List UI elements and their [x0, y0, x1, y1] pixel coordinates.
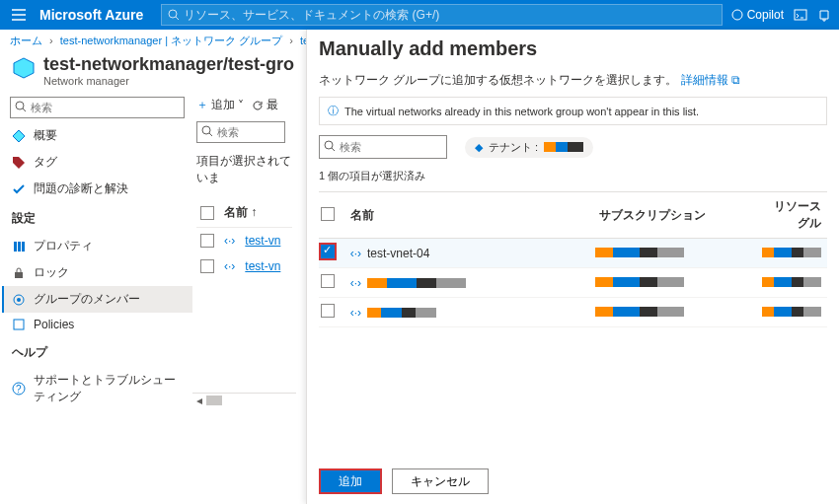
- row-checkbox[interactable]: [200, 234, 214, 248]
- svg-point-5: [16, 102, 24, 109]
- external-link-icon: ⧉: [731, 73, 740, 87]
- properties-icon: [12, 240, 26, 253]
- row-name-link[interactable]: test-vn: [245, 259, 280, 273]
- page-subtitle: Network manager: [43, 75, 294, 87]
- hamburger-menu[interactable]: [8, 4, 30, 26]
- svg-point-0: [169, 10, 177, 18]
- panel-row-checkbox[interactable]: [321, 304, 335, 318]
- col-name[interactable]: 名前: [350, 207, 587, 224]
- sidebar-item-properties[interactable]: プロパティ: [2, 233, 192, 259]
- rg-value: [762, 307, 821, 317]
- sidebar-item-label: プロパティ: [34, 238, 93, 254]
- scroll-thumb[interactable]: [206, 396, 222, 405]
- sidebar-item-tags[interactable]: タグ: [2, 149, 192, 176]
- page-title: test-networkmanager/test-gro: [43, 54, 294, 75]
- panel-row-name: [367, 308, 436, 318]
- panel-row[interactable]: ‹·›: [319, 268, 827, 298]
- subscription-value: [595, 248, 684, 257]
- cloud-shell-icon: [794, 8, 807, 22]
- detail-link[interactable]: 詳細情報 ⧉: [681, 73, 740, 87]
- svg-line-1: [176, 17, 179, 20]
- svg-rect-9: [18, 242, 21, 252]
- vnet-icon: ‹·›: [224, 259, 235, 273]
- svg-rect-14: [14, 320, 24, 329]
- svg-point-17: [202, 126, 210, 134]
- add-button[interactable]: 追加: [319, 468, 382, 494]
- subscription-value: [595, 277, 684, 287]
- panel-row-name: test-vnet-04: [367, 247, 429, 260]
- sidebar-item-overview[interactable]: 概要: [2, 122, 192, 149]
- sidebar-item-label: ロック: [34, 264, 69, 281]
- panel-row-name: [367, 278, 466, 288]
- cloud-shell-button[interactable]: [794, 8, 807, 22]
- panel-row[interactable]: ‹·›test-vnet-04: [319, 239, 827, 268]
- notification-icon: [817, 8, 831, 22]
- svg-marker-7: [13, 130, 25, 142]
- breadcrumb-item[interactable]: ホーム: [10, 35, 42, 46]
- sidebar-item-label: 概要: [34, 127, 57, 144]
- global-search[interactable]: リソース、サービス、ドキュメントの検索 (G+/): [161, 4, 722, 26]
- rg-value: [762, 277, 821, 287]
- panel-description: ネットワーク グループに追加する仮想ネットワークを選択します。 詳細情報 ⧉: [319, 72, 827, 89]
- panel-row-checkbox[interactable]: [321, 245, 335, 258]
- sidebar-item-diagnose[interactable]: 問題の診断と解決: [2, 176, 192, 202]
- policies-icon: [12, 318, 26, 331]
- scroll-left-arrow[interactable]: ◂: [192, 394, 206, 407]
- diagnose-icon: [12, 182, 26, 196]
- svg-point-2: [732, 10, 742, 20]
- chevron-down-icon: ˅: [238, 99, 244, 112]
- vnet-icon: ‹·›: [350, 276, 361, 290]
- side-search-input[interactable]: [10, 97, 185, 118]
- search-icon: [15, 101, 27, 112]
- search-icon: [201, 125, 213, 137]
- rg-value: [762, 248, 821, 257]
- column-name-header[interactable]: 名前 ↑: [224, 204, 288, 221]
- table-row[interactable]: ‹·› test-vn: [196, 228, 292, 253]
- panel-row-checkbox[interactable]: [321, 274, 335, 288]
- global-search-placeholder: リソース、サービス、ドキュメントの検索 (G+/): [184, 7, 439, 24]
- refresh-button[interactable]: 最: [252, 97, 278, 113]
- svg-rect-10: [22, 242, 25, 252]
- add-button[interactable]: ＋ 追加 ˅: [196, 97, 244, 113]
- panel-title: Manually add members: [319, 37, 827, 60]
- copilot-label: Copilot: [747, 8, 784, 22]
- refresh-label: 最: [267, 97, 278, 113]
- svg-line-6: [23, 108, 26, 111]
- info-text: The virtual networks already in this net…: [344, 106, 699, 117]
- breadcrumb-item[interactable]: test-networkmanager | ネットワーク グループ: [60, 35, 282, 46]
- notifications-button[interactable]: [817, 8, 831, 22]
- add-members-panel: Manually add members ネットワーク グループに追加する仮想ネ…: [306, 30, 839, 504]
- cancel-button[interactable]: キャンセル: [392, 468, 489, 494]
- tenant-label: テナント :: [489, 140, 538, 155]
- tenant-filter[interactable]: ◆ テナント :: [465, 137, 593, 158]
- sidebar-item-label: タグ: [34, 154, 57, 171]
- sidebar-item-locks[interactable]: ロック: [2, 259, 192, 286]
- panel-search-input[interactable]: [319, 135, 447, 159]
- sidebar-item-label: 問題の診断と解決: [34, 180, 128, 197]
- horizontal-scrollbar[interactable]: ◂: [192, 393, 296, 406]
- section-settings: 設定: [2, 202, 192, 229]
- copilot-button[interactable]: Copilot: [730, 8, 784, 22]
- sidebar-item-support[interactable]: ?サポートとトラブルシューティング: [2, 367, 192, 410]
- vnet-icon: ‹·›: [350, 306, 361, 320]
- row-name-link[interactable]: test-vn: [245, 234, 280, 248]
- members-icon: [12, 293, 26, 307]
- panel-row[interactable]: ‹·›: [319, 298, 827, 327]
- sidebar-item-policies[interactable]: Policies: [2, 313, 192, 336]
- sidebar-item-label: Policies: [34, 318, 74, 331]
- sidebar-item-label: サポートとトラブルシューティング: [34, 372, 183, 405]
- sidebar-item-label: グループのメンバー: [34, 291, 140, 308]
- svg-line-18: [209, 133, 212, 136]
- panel-select-all-checkbox[interactable]: [321, 207, 335, 221]
- tenant-icon: ◆: [475, 141, 483, 154]
- subscription-value: [595, 307, 684, 317]
- tenant-value: [544, 142, 583, 152]
- section-help: ヘルプ: [2, 336, 192, 363]
- sidebar-item-members[interactable]: グループのメンバー: [2, 286, 192, 313]
- col-resource-group[interactable]: リソース グル: [769, 198, 825, 232]
- svg-text:?: ?: [16, 384, 22, 395]
- table-row[interactable]: ‹·› test-vn: [196, 253, 292, 279]
- row-checkbox[interactable]: [200, 259, 214, 273]
- col-subscription[interactable]: サブスクリプション: [599, 207, 757, 224]
- select-all-checkbox[interactable]: [200, 206, 214, 220]
